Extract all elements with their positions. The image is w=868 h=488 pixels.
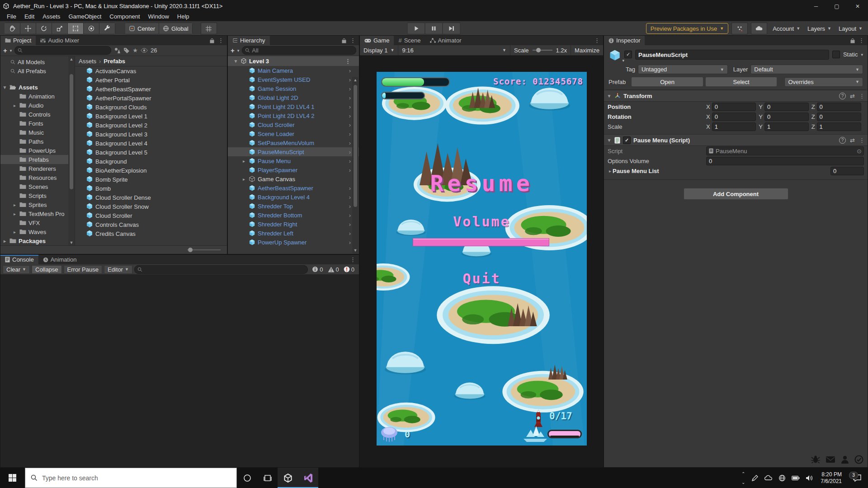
console-log-area[interactable]: [0, 275, 359, 467]
custom-tool-icon[interactable]: [99, 23, 115, 34]
hierarchy-item[interactable]: ▸ EventSystem USED ›: [228, 75, 359, 84]
prefab-chevron-icon[interactable]: ›: [349, 94, 351, 101]
kebab-menu-icon[interactable]: ⋮: [859, 37, 864, 44]
chevron-down-icon[interactable]: ▾: [861, 52, 863, 57]
visibility-eye-icon[interactable]: [141, 48, 148, 53]
tab-game[interactable]: Game: [360, 36, 394, 45]
hierarchy-item[interactable]: ▸ Shredder Top ›: [228, 202, 359, 211]
prefab-chevron-icon[interactable]: ›: [349, 158, 351, 164]
kebab-menu-icon[interactable]: ⋮: [350, 256, 356, 263]
asset-item[interactable]: Bomb: [75, 184, 227, 193]
foldout-caret-icon[interactable]: ▸: [608, 169, 613, 174]
kebab-menu-icon[interactable]: ⋮: [859, 93, 865, 99]
transform-tool-icon[interactable]: [83, 23, 99, 34]
options-volume-field[interactable]: 0: [706, 157, 864, 165]
prefab-chevron-icon[interactable]: ›: [349, 140, 351, 146]
folder-row[interactable]: ▸ Audio: [0, 101, 68, 110]
breadcrumb-root[interactable]: Assets: [79, 58, 96, 65]
clear-button[interactable]: Clear▼: [3, 265, 30, 274]
foldout-caret-icon[interactable]: ▼: [233, 59, 238, 64]
kebab-menu-icon[interactable]: ⋮: [594, 37, 600, 44]
hierarchy-item[interactable]: ▸ Scene Loader ›: [228, 129, 359, 138]
help-icon[interactable]: ?: [839, 93, 846, 99]
favorite-search-item[interactable]: All Models: [0, 57, 68, 66]
asset-item[interactable]: Cloud Scroller: [75, 211, 227, 220]
battery-icon[interactable]: [789, 468, 802, 488]
taskbar-unity-icon[interactable]: [278, 468, 298, 488]
prefab-chevron-icon[interactable]: ›: [349, 239, 351, 246]
asset-item[interactable]: Background: [75, 157, 227, 166]
hierarchy-item[interactable]: ▸ Point Light 2D LVL4 1 ›: [228, 102, 359, 111]
rotate-tool-icon[interactable]: [36, 23, 52, 34]
prefab-chevron-icon[interactable]: ›: [349, 230, 351, 237]
asset-item[interactable]: BioAetherExplosion: [75, 166, 227, 175]
foldout-caret-icon[interactable]: ▼: [607, 138, 612, 143]
axis-y-field[interactable]: 1: [764, 122, 809, 131]
project-tree-scrollbar[interactable]: ▲ ▼: [68, 56, 75, 246]
preview-packages-button[interactable]: Preview Packages in Use ▼: [646, 23, 728, 34]
folder-row[interactable]: ▸ Fonts: [0, 119, 68, 128]
rect-tool-icon[interactable]: [67, 23, 84, 34]
aspect-ratio-dropdown[interactable]: 9:16▼: [398, 45, 510, 55]
foldout-caret-icon[interactable]: ▼: [607, 94, 612, 99]
hand-tool-icon[interactable]: [5, 23, 20, 34]
hierarchy-item[interactable]: ▸ SetPauseMenuVolum ›: [228, 138, 359, 147]
tab-animator[interactable]: Animator: [425, 36, 466, 45]
add-component-button[interactable]: Add Component: [684, 188, 788, 200]
menu-item[interactable]: Component: [105, 13, 144, 20]
foldout-caret-icon[interactable]: ▸: [241, 159, 246, 164]
asset-item[interactable]: AetherBeastSpawner: [75, 84, 227, 94]
onedrive-cloud-icon[interactable]: [762, 468, 775, 488]
scroll-down-icon[interactable]: ▼: [70, 239, 74, 246]
hierarchy-item[interactable]: ▸ PauseMenuScript ›: [228, 147, 359, 156]
cloud-icon[interactable]: [751, 23, 767, 34]
pause-menu-script-header[interactable]: ▼ ✓ Pause Menu (Script) ? ⇄ ⋮: [604, 134, 868, 146]
taskbar-search-input[interactable]: Type here to search: [25, 468, 237, 488]
asset-item[interactable]: Background Clouds: [75, 103, 227, 112]
console-search-input[interactable]: [134, 265, 308, 274]
hierarchy-item[interactable]: ▸ Cloud Scroller ›: [228, 120, 359, 129]
error-pause-button[interactable]: Error Pause: [64, 265, 102, 274]
menu-item[interactable]: GameObject: [64, 13, 105, 20]
folder-row[interactable]: ▸ Paths: [0, 137, 68, 146]
prefab-open-button[interactable]: Open: [631, 77, 703, 87]
scene-header-level3[interactable]: ▼ Level 3 ⋮: [228, 56, 359, 66]
asset-item[interactable]: Controls Canvas: [75, 220, 227, 229]
scroll-up-icon[interactable]: ▲: [70, 56, 74, 62]
volume-icon[interactable]: [802, 468, 816, 488]
info-count-badge[interactable]: 0: [310, 266, 325, 273]
prefab-chevron-icon[interactable]: ›: [349, 85, 351, 92]
lock-icon[interactable]: [342, 38, 346, 43]
expand-caret-icon[interactable]: ▸: [12, 202, 17, 207]
asset-item[interactable]: AetherPortalSpawner: [75, 94, 227, 103]
maximize-on-play-button[interactable]: Maximize: [571, 45, 603, 55]
tag-dropdown[interactable]: Untagged▼: [638, 65, 728, 74]
presets-icon[interactable]: ⇄: [850, 93, 855, 99]
active-checkbox[interactable]: ✓: [624, 51, 632, 58]
error-count-badge[interactable]: 0: [341, 266, 357, 273]
prefab-chevron-icon[interactable]: ›: [349, 212, 351, 219]
foldout-caret-icon[interactable]: ▼: [2, 85, 7, 90]
menu-item[interactable]: Window: [144, 13, 173, 20]
hierarchy-item[interactable]: ▸ PowerUp Spawner ›: [228, 238, 359, 247]
asset-item[interactable]: Aether Portal: [75, 75, 227, 84]
taskbar-visual-studio-icon[interactable]: [298, 468, 318, 488]
expand-caret-icon[interactable]: ▸: [12, 230, 17, 235]
close-button[interactable]: ✕: [847, 0, 868, 12]
pivot-center-button[interactable]: Center: [125, 23, 159, 34]
folder-row[interactable]: ▸ VFX: [0, 218, 68, 227]
folder-row[interactable]: ▸ Sprites: [0, 200, 68, 209]
object-picker-icon[interactable]: ⊙: [857, 148, 862, 155]
pen-icon[interactable]: [748, 468, 762, 488]
chevron-down-icon[interactable]: ▾: [10, 48, 12, 53]
prefab-chevron-icon[interactable]: ›: [349, 67, 351, 74]
chevron-down-icon[interactable]: ⌄: [741, 480, 745, 485]
tab-console[interactable]: Console: [0, 255, 38, 264]
thumbnail-zoom-slider[interactable]: [187, 249, 221, 250]
chevron-down-icon[interactable]: ▾: [622, 58, 624, 63]
editor-dropdown[interactable]: Editor▼: [104, 265, 132, 274]
packages-root-folder[interactable]: ▸ Packages: [0, 236, 68, 245]
hierarchy-item[interactable]: ▸ PlayerSpawner ›: [228, 165, 359, 174]
asset-item[interactable]: Cloud Scroller Dense: [75, 193, 227, 202]
folder-row[interactable]: ▸ Scenes: [0, 182, 68, 191]
